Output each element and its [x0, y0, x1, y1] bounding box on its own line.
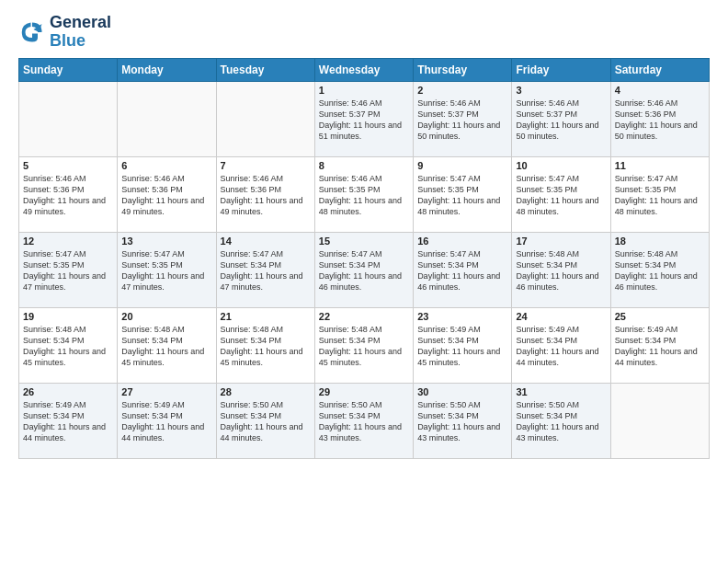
calendar-cell: 19Sunrise: 5:48 AM Sunset: 5:34 PM Dayli… — [19, 307, 118, 383]
calendar-cell: 8Sunrise: 5:46 AM Sunset: 5:35 PM Daylig… — [314, 156, 413, 232]
day-number: 10 — [516, 160, 606, 171]
day-info: Sunrise: 5:49 AM Sunset: 5:34 PM Dayligh… — [516, 324, 606, 369]
day-info: Sunrise: 5:50 AM Sunset: 5:34 PM Dayligh… — [516, 399, 606, 444]
calendar-week-1: 1Sunrise: 5:46 AM Sunset: 5:37 PM Daylig… — [19, 81, 710, 156]
calendar-cell — [610, 383, 709, 458]
day-number: 12 — [23, 236, 113, 247]
calendar-header: SundayMondayTuesdayWednesdayThursdayFrid… — [19, 58, 710, 81]
calendar-cell: 1Sunrise: 5:46 AM Sunset: 5:37 PM Daylig… — [314, 81, 413, 156]
day-number: 16 — [417, 236, 507, 247]
calendar-cell — [19, 81, 118, 156]
day-info: Sunrise: 5:46 AM Sunset: 5:36 PM Dayligh… — [121, 173, 211, 218]
logo: General Blue — [18, 14, 111, 51]
calendar-table: SundayMondayTuesdayWednesdayThursdayFrid… — [18, 58, 710, 459]
calendar-cell: 4Sunrise: 5:46 AM Sunset: 5:36 PM Daylig… — [610, 81, 709, 156]
calendar-week-2: 5Sunrise: 5:46 AM Sunset: 5:36 PM Daylig… — [19, 156, 710, 232]
day-info: Sunrise: 5:46 AM Sunset: 5:37 PM Dayligh… — [516, 98, 606, 143]
calendar-cell: 14Sunrise: 5:47 AM Sunset: 5:34 PM Dayli… — [216, 232, 314, 307]
day-info: Sunrise: 5:46 AM Sunset: 5:35 PM Dayligh… — [319, 173, 409, 218]
calendar-cell: 31Sunrise: 5:50 AM Sunset: 5:34 PM Dayli… — [512, 383, 610, 458]
calendar-cell — [118, 81, 216, 156]
day-info: Sunrise: 5:46 AM Sunset: 5:36 PM Dayligh… — [23, 173, 113, 218]
day-number: 25 — [615, 311, 705, 322]
day-number: 19 — [23, 311, 113, 322]
day-number: 14 — [221, 236, 311, 247]
day-info: Sunrise: 5:48 AM Sunset: 5:34 PM Dayligh… — [23, 324, 113, 369]
day-info: Sunrise: 5:48 AM Sunset: 5:34 PM Dayligh… — [615, 248, 705, 293]
calendar-cell: 30Sunrise: 5:50 AM Sunset: 5:34 PM Dayli… — [414, 383, 512, 458]
day-number: 30 — [417, 386, 507, 397]
day-info: Sunrise: 5:48 AM Sunset: 5:34 PM Dayligh… — [516, 248, 606, 293]
calendar-body: 1Sunrise: 5:46 AM Sunset: 5:37 PM Daylig… — [19, 81, 710, 458]
day-number: 8 — [319, 160, 409, 171]
header: General Blue — [18, 14, 710, 51]
calendar-cell: 26Sunrise: 5:49 AM Sunset: 5:34 PM Dayli… — [19, 383, 118, 458]
calendar-cell: 20Sunrise: 5:48 AM Sunset: 5:34 PM Dayli… — [118, 307, 216, 383]
day-info: Sunrise: 5:49 AM Sunset: 5:34 PM Dayligh… — [121, 399, 211, 444]
calendar-cell: 22Sunrise: 5:48 AM Sunset: 5:34 PM Dayli… — [314, 307, 413, 383]
day-info: Sunrise: 5:50 AM Sunset: 5:34 PM Dayligh… — [417, 399, 507, 444]
day-info: Sunrise: 5:49 AM Sunset: 5:34 PM Dayligh… — [23, 399, 113, 444]
weekday-header-thursday: Thursday — [414, 58, 512, 81]
day-number: 31 — [516, 386, 606, 397]
calendar-week-3: 12Sunrise: 5:47 AM Sunset: 5:35 PM Dayli… — [19, 232, 710, 307]
calendar-cell: 3Sunrise: 5:46 AM Sunset: 5:37 PM Daylig… — [512, 81, 610, 156]
day-number: 20 — [121, 311, 211, 322]
day-info: Sunrise: 5:47 AM Sunset: 5:35 PM Dayligh… — [516, 173, 606, 218]
calendar-cell: 9Sunrise: 5:47 AM Sunset: 5:35 PM Daylig… — [414, 156, 512, 232]
calendar-cell: 5Sunrise: 5:46 AM Sunset: 5:36 PM Daylig… — [19, 156, 118, 232]
day-number: 4 — [615, 85, 705, 96]
day-info: Sunrise: 5:49 AM Sunset: 5:34 PM Dayligh… — [615, 324, 705, 369]
calendar-cell: 23Sunrise: 5:49 AM Sunset: 5:34 PM Dayli… — [414, 307, 512, 383]
calendar-cell: 27Sunrise: 5:49 AM Sunset: 5:34 PM Dayli… — [118, 383, 216, 458]
day-info: Sunrise: 5:47 AM Sunset: 5:35 PM Dayligh… — [121, 248, 211, 293]
day-number: 9 — [417, 160, 507, 171]
weekday-header-wednesday: Wednesday — [314, 58, 413, 81]
day-number: 22 — [319, 311, 409, 322]
calendar-cell — [216, 81, 314, 156]
day-info: Sunrise: 5:48 AM Sunset: 5:34 PM Dayligh… — [319, 324, 409, 369]
weekday-header-friday: Friday — [512, 58, 610, 81]
calendar-cell: 28Sunrise: 5:50 AM Sunset: 5:34 PM Dayli… — [216, 383, 314, 458]
day-number: 11 — [615, 160, 705, 171]
weekday-header-sunday: Sunday — [19, 58, 118, 81]
day-info: Sunrise: 5:46 AM Sunset: 5:36 PM Dayligh… — [221, 173, 311, 218]
day-info: Sunrise: 5:47 AM Sunset: 5:34 PM Dayligh… — [221, 248, 311, 293]
day-info: Sunrise: 5:47 AM Sunset: 5:34 PM Dayligh… — [417, 248, 507, 293]
calendar-cell: 25Sunrise: 5:49 AM Sunset: 5:34 PM Dayli… — [610, 307, 709, 383]
day-info: Sunrise: 5:46 AM Sunset: 5:37 PM Dayligh… — [417, 98, 507, 143]
calendar-cell: 2Sunrise: 5:46 AM Sunset: 5:37 PM Daylig… — [414, 81, 512, 156]
day-number: 17 — [516, 236, 606, 247]
calendar-cell: 21Sunrise: 5:48 AM Sunset: 5:34 PM Dayli… — [216, 307, 314, 383]
weekday-header-monday: Monday — [118, 58, 216, 81]
day-info: Sunrise: 5:46 AM Sunset: 5:37 PM Dayligh… — [319, 98, 409, 143]
day-info: Sunrise: 5:46 AM Sunset: 5:36 PM Dayligh… — [615, 98, 705, 143]
weekday-header-saturday: Saturday — [610, 58, 709, 81]
calendar-cell: 24Sunrise: 5:49 AM Sunset: 5:34 PM Dayli… — [512, 307, 610, 383]
day-number: 23 — [417, 311, 507, 322]
calendar-cell: 13Sunrise: 5:47 AM Sunset: 5:35 PM Dayli… — [118, 232, 216, 307]
day-info: Sunrise: 5:47 AM Sunset: 5:35 PM Dayligh… — [417, 173, 507, 218]
weekday-header-tuesday: Tuesday — [216, 58, 314, 81]
logo-icon — [18, 18, 46, 46]
day-info: Sunrise: 5:48 AM Sunset: 5:34 PM Dayligh… — [121, 324, 211, 369]
calendar-cell: 10Sunrise: 5:47 AM Sunset: 5:35 PM Dayli… — [512, 156, 610, 232]
calendar-cell: 16Sunrise: 5:47 AM Sunset: 5:34 PM Dayli… — [414, 232, 512, 307]
day-number: 7 — [221, 160, 311, 171]
day-number: 21 — [221, 311, 311, 322]
day-number: 29 — [319, 386, 409, 397]
day-number: 28 — [221, 386, 311, 397]
page: General Blue SundayMondayTuesdayWednesda… — [0, 0, 728, 563]
day-info: Sunrise: 5:47 AM Sunset: 5:34 PM Dayligh… — [319, 248, 409, 293]
day-info: Sunrise: 5:48 AM Sunset: 5:34 PM Dayligh… — [221, 324, 311, 369]
calendar-cell: 17Sunrise: 5:48 AM Sunset: 5:34 PM Dayli… — [512, 232, 610, 307]
calendar-cell: 29Sunrise: 5:50 AM Sunset: 5:34 PM Dayli… — [314, 383, 413, 458]
day-number: 15 — [319, 236, 409, 247]
day-info: Sunrise: 5:50 AM Sunset: 5:34 PM Dayligh… — [319, 399, 409, 444]
day-number: 2 — [417, 85, 507, 96]
day-number: 26 — [23, 386, 113, 397]
day-number: 27 — [121, 386, 211, 397]
calendar-week-5: 26Sunrise: 5:49 AM Sunset: 5:34 PM Dayli… — [19, 383, 710, 458]
day-info: Sunrise: 5:47 AM Sunset: 5:35 PM Dayligh… — [615, 173, 705, 218]
logo-text: General Blue — [50, 14, 111, 51]
